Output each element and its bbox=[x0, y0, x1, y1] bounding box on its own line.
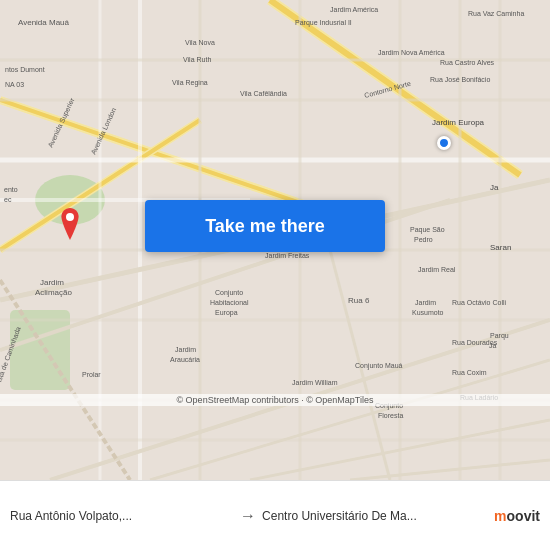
svg-text:Rua 6: Rua 6 bbox=[348, 296, 370, 305]
svg-text:Jardim América: Jardim América bbox=[330, 6, 378, 13]
svg-text:Jardim Freitas: Jardim Freitas bbox=[265, 252, 310, 259]
svg-text:Araucária: Araucária bbox=[170, 356, 200, 363]
svg-text:Jardim Europa: Jardim Europa bbox=[432, 118, 485, 127]
take-me-there-button[interactable]: Take me there bbox=[145, 200, 385, 252]
osm-credit: © OpenStreetMap contributors · © OpenMap… bbox=[0, 394, 550, 406]
svg-text:Rua Vaz Caminha: Rua Vaz Caminha bbox=[468, 10, 524, 17]
svg-text:Jardim Real: Jardim Real bbox=[418, 266, 456, 273]
moovit-logo: moovit bbox=[494, 508, 540, 524]
svg-text:Habitacional: Habitacional bbox=[210, 299, 249, 306]
svg-text:Conjunto: Conjunto bbox=[215, 289, 243, 297]
svg-text:ntos Dumont: ntos Dumont bbox=[5, 66, 45, 73]
svg-text:Vila Ruth: Vila Ruth bbox=[183, 56, 211, 63]
origin-text: Rua Antônio Volpato,... bbox=[10, 509, 234, 523]
svg-text:Jardim: Jardim bbox=[40, 278, 64, 287]
svg-text:Vila Cafêlândia: Vila Cafêlândia bbox=[240, 90, 287, 97]
svg-text:Vila Regina: Vila Regina bbox=[172, 79, 208, 87]
svg-text:Jardim Nova América: Jardim Nova América bbox=[378, 49, 445, 56]
route-info: Rua Antônio Volpato,... → Centro Univers… bbox=[10, 507, 486, 525]
svg-text:Parque Indusrial II: Parque Indusrial II bbox=[295, 19, 352, 27]
svg-text:Avenida Mauá: Avenida Mauá bbox=[18, 18, 70, 27]
svg-text:Prolar: Prolar bbox=[82, 371, 101, 378]
svg-text:Jardim: Jardim bbox=[175, 346, 196, 353]
map-container: Avenida Mauá Vila Nova Parque Indusrial … bbox=[0, 0, 550, 480]
svg-text:NA 03: NA 03 bbox=[5, 81, 24, 88]
svg-text:Jardim William: Jardim William bbox=[292, 379, 338, 386]
svg-text:ec: ec bbox=[4, 196, 12, 203]
svg-text:Aclimação: Aclimação bbox=[35, 288, 72, 297]
svg-text:Rua José Bonifácio: Rua José Bonifácio bbox=[430, 76, 490, 83]
svg-text:Floresta: Floresta bbox=[378, 412, 403, 419]
svg-rect-2 bbox=[10, 310, 70, 390]
svg-text:Rua Coxim: Rua Coxim bbox=[452, 369, 487, 376]
bottom-bar: Rua Antônio Volpato,... → Centro Univers… bbox=[0, 480, 550, 550]
svg-text:Rua Octávio Colli: Rua Octávio Colli bbox=[452, 299, 507, 306]
svg-point-79 bbox=[66, 213, 74, 221]
svg-text:Europa: Europa bbox=[215, 309, 238, 317]
svg-text:Conjunto Mauá: Conjunto Mauá bbox=[355, 362, 403, 370]
svg-text:ento: ento bbox=[4, 186, 18, 193]
svg-text:Ja: Ja bbox=[489, 342, 497, 349]
destination-text: Centro Universitário De Ma... bbox=[262, 509, 486, 523]
svg-text:Saran: Saran bbox=[490, 243, 511, 252]
destination-pin bbox=[58, 208, 82, 244]
svg-text:Kusumoto: Kusumoto bbox=[412, 309, 444, 316]
svg-text:Jardim: Jardim bbox=[415, 299, 436, 306]
svg-text:Ja: Ja bbox=[490, 183, 499, 192]
svg-text:Vila Nova: Vila Nova bbox=[185, 39, 215, 46]
svg-text:Parqu: Parqu bbox=[490, 332, 509, 340]
svg-text:Paque São: Paque São bbox=[410, 226, 445, 234]
svg-text:Rua Castro Alves: Rua Castro Alves bbox=[440, 59, 495, 66]
origin-dot bbox=[437, 136, 451, 150]
arrow-right-icon: → bbox=[240, 507, 256, 525]
svg-text:Pedro: Pedro bbox=[414, 236, 433, 243]
